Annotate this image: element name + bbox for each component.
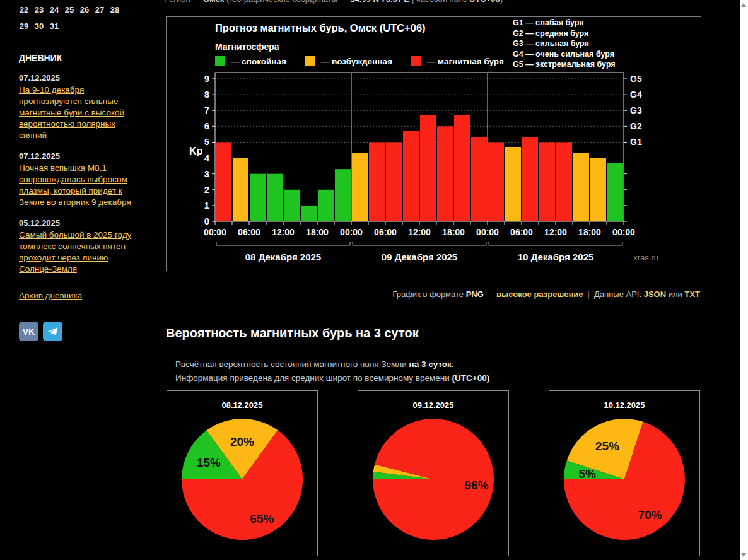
y-axis-label: 7 <box>204 105 209 115</box>
pie-svg-day-1: 15%20%65% <box>167 391 317 556</box>
kp-bar <box>335 169 351 221</box>
vk-icon[interactable]: VK <box>19 322 38 341</box>
calendar-day-30[interactable]: 30 <box>34 21 44 31</box>
kp-bar <box>607 163 623 221</box>
pie-chart-day-2: 96% 09.12.2025 <box>358 390 509 556</box>
diary-entries: 07.12.2025На 9-10 декабря прогнозируются… <box>19 73 140 275</box>
pie-svg-day-2: 96% <box>358 391 508 556</box>
x-axis-label: 00:00 <box>340 227 363 237</box>
diary-archive-link[interactable]: Архив дневника <box>19 291 82 300</box>
or-label: или <box>666 289 684 299</box>
date-label: 10 Декабря 2025 <box>518 252 593 262</box>
region-part: Омск <box>203 0 224 4</box>
y-axis-label: 9 <box>204 73 209 84</box>
bar-chart-plot: 0123456789G1G2G3G4G5Kp00:0006:0012:0018:… <box>167 17 701 271</box>
date-bracket <box>216 242 350 245</box>
vertical-scrollbar[interactable] <box>740 0 748 560</box>
api-prefix: Данные API: <box>594 289 644 299</box>
calendar: 22232425262728293031 <box>19 5 140 31</box>
x-axis-label: 12:00 <box>272 227 295 237</box>
pie-chart-day-1: 15%20%65% 08.12.2025 <box>167 390 318 556</box>
pie-chart-day-3: 5%25%70% 10.12.2025 <box>549 390 700 556</box>
diary-entry-link[interactable]: На 9-10 декабря прогнозируются сильные м… <box>19 85 140 141</box>
x-axis-label: 18:00 <box>306 227 329 237</box>
magnetic-storm-bar-chart: Прогноз магнитных бурь, Омск (UTC+06) Ма… <box>166 16 701 271</box>
pie-svg-day-3: 5%25%70% <box>549 391 699 556</box>
diary-entry-date: 05.12.2025 <box>19 218 140 228</box>
region-part: UTC+06 <box>469 0 500 4</box>
y-axis-label: 1 <box>204 200 209 211</box>
probability-line2-text: Информация приведена для средних широт п… <box>175 373 452 383</box>
pie-slice-label: 15% <box>197 456 221 469</box>
pie-slice-label: 25% <box>595 440 619 453</box>
x-axis-label: 12:00 <box>408 227 431 237</box>
png-label: PNG <box>466 289 484 299</box>
calendar-day-22[interactable]: 22 <box>19 5 29 15</box>
date-label: 08 Декабря 2025 <box>245 252 321 262</box>
kp-bar <box>216 142 231 221</box>
pie-slice-label: 70% <box>638 508 662 522</box>
diary-entry: 05.12.2025Самый большой в 2025 году комп… <box>19 218 140 275</box>
g-axis-label: G1 <box>630 137 642 147</box>
calendar-row-1: 22232425262728 <box>19 5 140 15</box>
calendar-day-28[interactable]: 28 <box>110 5 120 15</box>
x-axis-label: 06:00 <box>374 227 397 237</box>
kp-bar <box>233 158 248 221</box>
kp-bar <box>386 142 402 221</box>
scroll-up-arrow-icon[interactable] <box>741 3 746 7</box>
api-txt-link[interactable]: TXT <box>684 289 700 299</box>
kp-bar <box>250 174 266 221</box>
region-part: Регион — <box>164 0 203 4</box>
download-prefix: График в формате <box>392 289 465 299</box>
pie-slice-label: 96% <box>465 479 489 492</box>
calendar-day-27[interactable]: 27 <box>95 5 105 15</box>
diary-entry-date: 07.12.2025 <box>19 151 140 161</box>
kp-bar <box>437 126 453 221</box>
diary-entry-link[interactable]: Самый большой в 2025 году комплекс солне… <box>19 230 140 275</box>
y-axis-label: 2 <box>204 184 209 195</box>
y-axis-label: 0 <box>204 216 209 226</box>
probability-line-2: Информация приведена для средних широт п… <box>166 364 489 392</box>
y-axis-label: 3 <box>204 168 209 179</box>
kp-bar <box>284 190 300 221</box>
x-axis-label: 06:00 <box>510 227 533 237</box>
kp-bar <box>573 153 589 221</box>
calendar-day-26[interactable]: 26 <box>79 5 90 15</box>
x-axis-label: 00:00 <box>612 227 635 237</box>
calendar-day-23[interactable]: 23 <box>34 5 44 15</box>
dash: — <box>484 289 496 299</box>
diary-entry: 07.12.2025Ночная вспышка M8.1 сопровожда… <box>19 151 140 208</box>
date-bracket <box>353 242 486 245</box>
api-json-link[interactable]: JSON <box>644 289 666 299</box>
kp-bar <box>301 206 317 221</box>
kp-bar <box>539 142 555 221</box>
x-axis-label: 00:00 <box>204 227 226 237</box>
watermark: xras.ru <box>633 253 658 262</box>
kp-bar <box>556 142 572 221</box>
sidebar-divider-bottom <box>19 312 136 312</box>
region-part: 54.99 N 73.37 E <box>350 0 409 4</box>
calendar-day-24[interactable]: 24 <box>49 5 59 15</box>
g-axis-label: G5 <box>630 74 642 84</box>
kp-bar <box>522 137 538 221</box>
probability-pie-charts: 15%20%65% 08.12.2025 96% 09.12.2025 5%25… <box>167 390 700 556</box>
region-part: | часовой пояс <box>409 0 469 4</box>
telegram-icon[interactable] <box>43 322 62 341</box>
kp-bar <box>318 190 334 221</box>
kp-bar <box>488 142 504 221</box>
kp-bar <box>454 115 470 221</box>
g-axis-label: G4 <box>630 90 642 100</box>
x-axis-label: 06:00 <box>238 227 260 237</box>
calendar-day-29[interactable]: 29 <box>19 21 29 31</box>
download-links-line: График в формате PNG — высокое разрешени… <box>166 280 700 308</box>
diary-entry-link[interactable]: Ночная вспышка M8.1 сопровождалась выбро… <box>19 163 140 208</box>
date-bracket <box>489 242 622 245</box>
kp-bar <box>420 115 436 221</box>
social-links: VK <box>19 322 140 341</box>
scroll-down-arrow-icon[interactable] <box>741 553 746 557</box>
calendar-day-31[interactable]: 31 <box>49 21 59 31</box>
x-axis-label: 18:00 <box>442 227 465 237</box>
hires-png-link[interactable]: высокое разрешение <box>496 289 583 299</box>
region-info-line: Регион — Омск (географические координаты… <box>164 0 503 4</box>
calendar-day-25[interactable]: 25 <box>64 5 74 15</box>
